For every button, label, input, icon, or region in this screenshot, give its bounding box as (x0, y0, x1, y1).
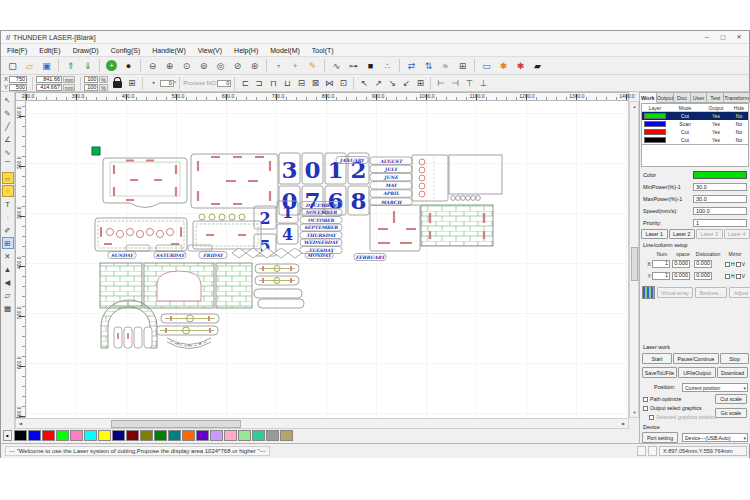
fill-solid-icon[interactable]: ■ (363, 58, 379, 73)
monitor-icon[interactable]: ▭ (479, 58, 495, 73)
scroll-down-icon[interactable]: ▼ (630, 408, 639, 417)
freeline-tool-icon[interactable]: ∿ (2, 146, 14, 158)
y-dislocation-field[interactable]: 0.000 (694, 272, 712, 280)
align-top-icon[interactable]: ⊓ (266, 76, 280, 90)
array-grid-icon[interactable] (642, 286, 655, 299)
to-top-left-icon[interactable]: ↖ (357, 76, 371, 90)
port-setting-button[interactable]: Port setting (642, 432, 678, 443)
selection-handle[interactable] (92, 147, 100, 155)
offset-icon[interactable]: ▱ (2, 289, 14, 301)
palette-swatch[interactable] (154, 430, 167, 441)
x-num-field[interactable]: 1 (652, 260, 670, 268)
zoom-select-icon[interactable]: ◎ (213, 58, 229, 73)
path-optimize-checkbox[interactable] (643, 397, 648, 402)
new-file-icon[interactable]: ▢ (5, 58, 21, 73)
back-icon[interactable]: ◀ (2, 276, 14, 288)
palette-swatch[interactable] (238, 430, 251, 441)
pause-continue-button[interactable]: Pause/Continue (673, 353, 719, 364)
stop-button[interactable]: Stop (720, 353, 749, 364)
layer-row-black[interactable]: Cut Yes No (642, 136, 748, 144)
menu-view[interactable]: View(V) (192, 44, 228, 56)
palette-swatch[interactable] (112, 430, 125, 441)
menu-config[interactable]: Config(S) (105, 44, 147, 56)
save-ufile-button[interactable]: SaveToUFile (642, 367, 677, 378)
palette-swatch[interactable] (280, 430, 293, 441)
palette-swatch[interactable] (98, 430, 111, 441)
cut-scale-button[interactable]: Cut scale (715, 394, 747, 404)
frame-icon[interactable]: ⊞ (455, 58, 471, 73)
palette-swatch[interactable] (28, 430, 41, 441)
design-canvas[interactable]: 3 0 1 2 0 7 6 8 2 1 4 5 (26, 101, 629, 418)
menu-model[interactable]: Model(M) (264, 44, 306, 56)
distribute-top-icon[interactable]: ⊤ (462, 76, 476, 90)
menu-help[interactable]: Help(H) (228, 44, 264, 56)
position-select[interactable]: Current position (682, 383, 748, 392)
laser-simulate-icon[interactable]: ✱ (513, 58, 529, 73)
x-space-field[interactable]: 0.000 (672, 260, 690, 268)
palette-swatch[interactable] (14, 430, 27, 441)
start-button[interactable]: Start (642, 353, 672, 364)
y-mirror-v-checkbox[interactable] (736, 274, 741, 279)
mirror-horizontal-icon[interactable]: ⇄ (404, 58, 420, 73)
device-select[interactable]: Device---(USB:Auto) (682, 433, 748, 442)
same-width-icon[interactable]: ⊟ (294, 76, 308, 90)
palette-swatch[interactable] (266, 430, 279, 441)
x-mirror-v-checkbox[interactable] (736, 262, 741, 267)
distribute-bottom-icon[interactable]: ⊥ (476, 76, 490, 90)
zoom-out-icon[interactable]: ⊖ (145, 58, 161, 73)
delete-icon[interactable]: ✕ (2, 250, 14, 262)
layer-row-blue[interactable]: Scan Yes No (642, 120, 748, 128)
layer-row-green[interactable]: Cut Yes No (642, 112, 748, 120)
laser-preview-icon[interactable]: ✱ (496, 58, 512, 73)
rotate-icon[interactable]: ◔ (146, 76, 160, 90)
rectangle-tool-icon[interactable]: ▭ (2, 172, 14, 184)
process-no-field[interactable]: 0 (217, 80, 231, 87)
download-button[interactable]: Download (717, 367, 748, 378)
play-icon[interactable]: ▲ (2, 263, 14, 275)
pen-tool-icon[interactable]: ✐ (2, 224, 14, 236)
horizontal-scrollbar[interactable]: ◀ ▶ (15, 418, 629, 429)
menu-draw[interactable]: Draw(D) (67, 44, 105, 56)
palette-swatch[interactable] (182, 430, 195, 441)
distribute-left-icon[interactable]: ⊢ (434, 76, 448, 90)
scale-y-field[interactable]: 100 (84, 84, 98, 91)
node-tree-icon[interactable]: ∴ (380, 58, 396, 73)
menu-file[interactable]: File(F) (1, 44, 33, 56)
max-power-field[interactable]: 30.0 (693, 195, 747, 203)
tab-work[interactable]: Work (640, 92, 657, 103)
export-icon[interactable]: ⇓ (80, 58, 96, 73)
tab-output[interactable]: Output (657, 92, 675, 103)
min-power-field[interactable]: 30.0 (693, 183, 747, 191)
vertical-scroll-thumb[interactable] (631, 247, 638, 281)
y-num-field[interactable]: 1 (652, 272, 670, 280)
to-top-right-icon[interactable]: ↗ (371, 76, 385, 90)
vertical-scrollbar[interactable]: ▲ ▼ (629, 101, 639, 418)
laser2-button[interactable]: Laser 2 (669, 229, 696, 239)
close-button[interactable]: ✕ (731, 31, 747, 43)
y-position-field[interactable]: 500 (9, 84, 27, 91)
zoom-window-icon[interactable]: ⊙ (179, 58, 195, 73)
y-mirror-h-checkbox[interactable] (725, 274, 730, 279)
crosshair-icon[interactable]: + (288, 58, 304, 73)
scroll-up-icon[interactable]: ▲ (630, 102, 639, 111)
apply-size-icon[interactable]: ⊞ (125, 76, 139, 90)
arc-tool-icon[interactable]: ⌒ (2, 159, 14, 171)
ufile-output-button[interactable]: UFileOutput (678, 367, 716, 378)
array-copy-icon[interactable]: ⊞ (2, 237, 14, 249)
tab-test[interactable]: Test (707, 92, 724, 103)
maximize-button[interactable]: ▢ (715, 31, 731, 43)
align-left-icon[interactable]: ⊏ (238, 76, 252, 90)
tab-doc[interactable]: Doc (674, 92, 691, 103)
zoom-in-icon[interactable]: ⊕ (162, 58, 178, 73)
mirror-vertical-icon[interactable]: ⇅ (421, 58, 437, 73)
weld-icon[interactable]: ≈ (438, 58, 454, 73)
menu-tool[interactable]: Tool(T) (306, 44, 340, 56)
speed-field[interactable]: 100.0 (693, 207, 747, 215)
add-circle-icon[interactable]: + (106, 60, 117, 71)
layer-row-red[interactable]: Cut Yes No (642, 128, 748, 136)
to-center-icon[interactable]: ⊞ (413, 76, 427, 90)
point-tool-icon[interactable]: ∙ (2, 211, 14, 223)
center-both-icon[interactable]: ⋈ (322, 76, 336, 90)
save-file-icon[interactable]: ▣ (39, 58, 55, 73)
text-tool-icon[interactable]: T (2, 198, 14, 210)
